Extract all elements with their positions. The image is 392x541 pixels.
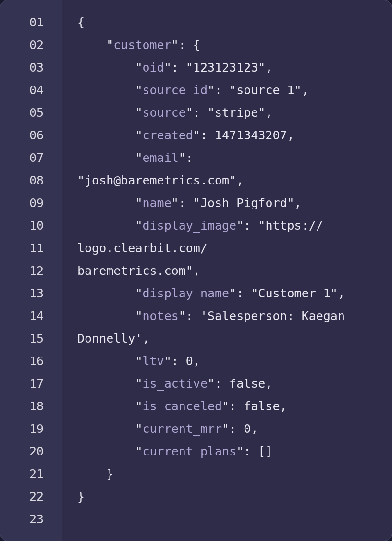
token: } [106, 463, 113, 485]
token: 123123123 [193, 56, 258, 79]
code-line: "email": [77, 147, 382, 169]
token: ": " [172, 192, 200, 214]
token: " [135, 395, 142, 418]
code-line [77, 508, 382, 530]
line-number: 12 [0, 259, 62, 282]
token: current_plans [142, 440, 236, 463]
code-line: "name": "Josh Pigford", [77, 192, 382, 214]
token: notes [142, 305, 178, 327]
code-block: 0102030405060708091011121314151617181920… [0, 0, 392, 541]
line-number-text: 04 [0, 79, 62, 101]
line-number: 15 [0, 327, 62, 350]
token: source_id [142, 79, 207, 101]
line-number-text: 23 [0, 508, 62, 530]
code-line: Donnelly', [77, 327, 382, 350]
line-number: 21 [0, 463, 62, 485]
line-number: 06 [0, 124, 62, 147]
token: 1471343207, [215, 124, 294, 147]
line-number: 11 [0, 237, 62, 259]
code-line: "notes": 'Salesperson: Kaegan [77, 305, 382, 327]
code-line: } [77, 463, 382, 485]
line-number-text: 11 [0, 237, 62, 259]
code-line: "source_id": "source_1", [77, 79, 382, 101]
line-number-text: 18 [0, 395, 62, 418]
token: ": [] [236, 440, 272, 463]
token: name [142, 192, 171, 214]
token: display_name [142, 282, 229, 305]
line-number-text: 19 [0, 418, 62, 440]
token: ": " [229, 282, 258, 305]
token: ": { [172, 34, 200, 56]
line-number: 23 [0, 508, 62, 530]
line-number: 19 [0, 418, 62, 440]
token: " [135, 372, 142, 395]
line-number-text: 06 [0, 124, 62, 147]
line-number: 08 [0, 169, 62, 192]
token: " [135, 350, 142, 372]
token: " [106, 34, 113, 56]
code-line: "josh@baremetrics.com", [77, 169, 382, 192]
line-number-text: 02 [0, 34, 62, 56]
line-number: 16 [0, 350, 62, 372]
token: email [142, 147, 178, 169]
token: source_1 [236, 79, 294, 101]
code-line: "customer": { [77, 34, 382, 56]
code-line: baremetrics.com", [77, 259, 382, 282]
token: ": " [236, 214, 265, 237]
line-number: 10 [0, 214, 62, 237]
token: ": [179, 147, 193, 169]
code-line: "oid": "123123123", [77, 56, 382, 79]
token: { [77, 11, 85, 34]
line-number: 09 [0, 192, 62, 214]
token: ", [294, 79, 309, 101]
token: is_canceled [142, 395, 222, 418]
token: Customer 1 [258, 282, 331, 305]
token: ": [193, 124, 215, 147]
line-number-gutter: 0102030405060708091011121314151617181920… [0, 0, 62, 541]
token: ": [222, 395, 244, 418]
code-line: "display_image": "https:// [77, 214, 382, 237]
token: } [77, 485, 85, 508]
line-number: 01 [0, 11, 62, 34]
token: ": [222, 418, 244, 440]
token: false, [229, 372, 272, 395]
line-number-text: 08 [0, 169, 62, 192]
token: logo.clearbit.com/ [77, 237, 208, 259]
line-number: 20 [0, 440, 62, 463]
line-number-text: 13 [0, 282, 62, 305]
token: Donnelly [77, 327, 135, 350]
code-line: "is_active": false, [77, 372, 382, 395]
token: 0, [186, 350, 200, 372]
token: 0, [244, 418, 258, 440]
token: " [135, 192, 142, 214]
token: Salesperson: Kaegan [208, 305, 345, 327]
token: " [135, 418, 142, 440]
line-number: 18 [0, 395, 62, 418]
token: customer [113, 34, 171, 56]
line-number-text: 05 [0, 101, 62, 124]
token: created [142, 124, 193, 147]
token: current_mrr [142, 418, 222, 440]
token: " [135, 147, 142, 169]
line-number: 07 [0, 147, 62, 169]
code-line: logo.clearbit.com/ [77, 237, 382, 259]
token: baremetrics.com [77, 259, 186, 282]
line-number: 02 [0, 34, 62, 56]
token: source [142, 101, 185, 124]
line-number-text: 09 [0, 192, 62, 214]
token: " [135, 124, 142, 147]
token: " [135, 56, 142, 79]
line-number-text: 21 [0, 463, 62, 485]
line-number-text: 14 [0, 305, 62, 327]
token: " [135, 440, 142, 463]
line-number-text: 07 [0, 147, 62, 169]
token: ', [135, 327, 149, 350]
code-line: "display_name": "Customer 1", [77, 282, 382, 305]
token: ": " [186, 101, 215, 124]
token: https:// [265, 214, 323, 237]
line-number-text: 03 [0, 56, 62, 79]
token: " [135, 101, 142, 124]
token: ", [331, 282, 345, 305]
line-number-text: 20 [0, 440, 62, 463]
code-line: } [77, 485, 382, 508]
